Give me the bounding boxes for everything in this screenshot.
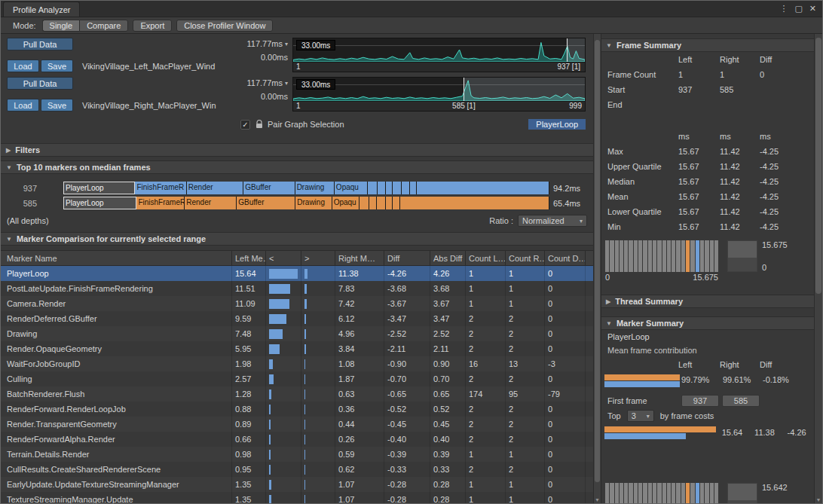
top10-section-header[interactable]: ▼ Top 10 markers on median frames bbox=[1, 160, 593, 174]
histogram-selection-box[interactable] bbox=[727, 483, 757, 503]
pair-selection-checkbox[interactable]: ✓ bbox=[240, 120, 250, 130]
marker-name: BatchRenderer.Flush bbox=[1, 386, 232, 402]
right-scrollbar[interactable]: ▼ bbox=[814, 34, 822, 503]
column-header[interactable]: Count R… bbox=[506, 251, 545, 265]
frame-histogram[interactable] bbox=[605, 240, 718, 272]
top10-segment[interactable]: Opaqu bbox=[332, 197, 360, 209]
graph-selection[interactable] bbox=[567, 38, 585, 62]
marker-name: PostLateUpdate.FinishFrameRendering bbox=[1, 281, 232, 296]
save-button[interactable]: Save bbox=[41, 99, 73, 111]
comparison-row[interactable]: EarlyUpdate.UpdateTextureStreamingManage… bbox=[1, 477, 593, 492]
mode-compare-button[interactable]: Compare bbox=[79, 20, 128, 32]
column-header[interactable]: Left Me… bbox=[232, 251, 266, 265]
mode-single-button[interactable]: Single bbox=[42, 20, 80, 32]
top10-segment[interactable] bbox=[369, 197, 377, 209]
scroll-down-arrow-icon[interactable]: ▼ bbox=[594, 497, 601, 502]
frame-time-graph-left[interactable]: 33.00ms 1 937 [1] bbox=[292, 38, 586, 72]
titlebar: Profile Analyzer ⋮ ▢ ✕ bbox=[1, 1, 822, 17]
column-header[interactable]: Right M… bbox=[335, 251, 384, 265]
top10-segment[interactable]: Drawing bbox=[295, 197, 332, 209]
column-header[interactable]: Abs Diff bbox=[430, 251, 466, 265]
top10-segment[interactable]: PlayerLoop bbox=[63, 197, 136, 209]
left-scrollbar-thumb[interactable] bbox=[595, 40, 600, 482]
top10-segment[interactable] bbox=[410, 182, 417, 194]
column-header[interactable]: Diff bbox=[384, 251, 430, 265]
column-header[interactable]: Count L… bbox=[466, 251, 506, 265]
top10-segment[interactable] bbox=[368, 182, 378, 194]
top10-segment[interactable]: Opaqu bbox=[335, 182, 368, 194]
comparison-row[interactable]: PlayerLoop15.6411.38-4.264.26110 bbox=[1, 266, 593, 281]
top10-segment[interactable]: GBuffer bbox=[237, 197, 295, 209]
lock-icon[interactable] bbox=[255, 120, 263, 129]
graph-selection[interactable] bbox=[464, 78, 585, 101]
top10-segment[interactable]: Render bbox=[187, 182, 243, 194]
range-max-dropdown[interactable]: 117.77ms▾ bbox=[235, 78, 288, 87]
top10-segment[interactable] bbox=[378, 182, 386, 194]
column-header[interactable]: Marker Name bbox=[1, 251, 232, 265]
comparison-row[interactable]: Camera.Render11.097.42-3.673.67110 bbox=[1, 296, 593, 311]
top10-segment[interactable] bbox=[386, 182, 393, 194]
histogram-selection-box[interactable] bbox=[727, 240, 757, 272]
column-header[interactable]: > bbox=[301, 251, 335, 265]
column-header[interactable]: < bbox=[266, 251, 301, 265]
left-scrollbar[interactable]: ▼ bbox=[593, 34, 601, 503]
pull-data-button[interactable]: Pull Data bbox=[7, 38, 73, 50]
comparison-row[interactable]: Drawing7.484.96-2.522.52220 bbox=[1, 326, 593, 341]
column-header[interactable]: Count D… bbox=[545, 251, 586, 265]
first-frame-left-button[interactable]: 937 bbox=[681, 395, 719, 407]
ratio-dropdown[interactable]: Normalized ▾ bbox=[518, 215, 587, 227]
filters-section-header[interactable]: ▶ Filters bbox=[1, 143, 593, 157]
comparison-row[interactable]: TextureStreamingManager.Update1.351.07-0… bbox=[1, 492, 593, 503]
top10-segment[interactable]: Render bbox=[185, 197, 237, 209]
frame-summary-header[interactable]: ▼ Frame Summary bbox=[601, 38, 814, 52]
selected-marker-chip[interactable]: PlayerLoop bbox=[528, 119, 586, 130]
top10-segment[interactable] bbox=[393, 182, 402, 194]
kebab-menu-icon[interactable]: ⋮ bbox=[779, 4, 788, 14]
top10-segment[interactable] bbox=[417, 182, 549, 194]
frame-time-graph-right[interactable]: 33.00ms 1 585 [1] 999 bbox=[292, 77, 586, 111]
comparison-row[interactable]: RenderForwardAlpha.Render0.660.26-0.400.… bbox=[1, 432, 593, 447]
top10-segment[interactable] bbox=[377, 197, 386, 209]
marker-histogram[interactable] bbox=[605, 483, 718, 503]
top10-segment[interactable] bbox=[359, 197, 369, 209]
comparison-row[interactable]: Render.TransparentGeometry0.890.44-0.450… bbox=[1, 417, 593, 432]
close-profiler-button[interactable]: Close Profiler Window bbox=[176, 20, 273, 32]
comparison-row[interactable]: RenderDeferred.GBuffer9.596.12-3.473.472… bbox=[1, 311, 593, 326]
maximize-icon[interactable]: ▢ bbox=[794, 4, 802, 14]
titlebar-icons: ⋮ ▢ ✕ bbox=[779, 4, 822, 14]
comparison-row[interactable]: WaitForJobGroupID1.981.08-0.900.901613-3 bbox=[1, 356, 593, 371]
comparison-row[interactable]: PostLateUpdate.FinishFrameRendering11.51… bbox=[1, 281, 593, 296]
top10-segment[interactable]: Drawing bbox=[295, 182, 335, 194]
range-max-dropdown[interactable]: 117.77ms▾ bbox=[235, 39, 288, 48]
top10-segment[interactable]: GBuffer bbox=[243, 182, 295, 194]
thread-summary-header[interactable]: ▶ Thread Summary bbox=[601, 295, 814, 308]
window-tab[interactable]: Profile Analyzer bbox=[3, 2, 80, 17]
top10-segment[interactable] bbox=[393, 197, 400, 209]
load-button[interactable]: Load bbox=[7, 99, 39, 111]
comparison-row[interactable]: RenderForward.RenderLoopJob0.880.36-0.52… bbox=[1, 402, 593, 417]
comparison-row[interactable]: Culling2.571.87-0.700.70220 bbox=[1, 371, 593, 386]
top10-segment[interactable]: PlayerLoop bbox=[63, 182, 135, 194]
top10-segment[interactable] bbox=[386, 197, 392, 209]
export-button[interactable]: Export bbox=[133, 20, 172, 32]
top10-segment[interactable]: FinishFrameR bbox=[135, 182, 186, 194]
comparison-row[interactable]: Terrain.Details.Render0.980.59-0.390.391… bbox=[1, 447, 593, 462]
top-n-dropdown[interactable]: 3 ▾ bbox=[627, 410, 654, 422]
comparison-section-header[interactable]: ▼ Marker Comparison for currently select… bbox=[1, 232, 593, 246]
marker-summary-header[interactable]: ▼ Marker Summary bbox=[601, 316, 814, 330]
right-scrollbar-thumb[interactable] bbox=[815, 38, 821, 294]
first-frame-right-button[interactable]: 585 bbox=[722, 395, 760, 407]
top10-segment[interactable]: FinishFrameR bbox=[136, 197, 185, 209]
save-button[interactable]: Save bbox=[41, 60, 73, 72]
abs-diff-value: 0.33 bbox=[430, 462, 466, 477]
comparison-row[interactable]: BatchRenderer.Flush1.280.63-0.650.651749… bbox=[1, 386, 593, 402]
close-icon[interactable]: ✕ bbox=[809, 4, 816, 14]
top10-segment[interactable] bbox=[402, 182, 410, 194]
marker-name: Camera.Render bbox=[1, 296, 232, 311]
scroll-down-arrow-icon[interactable]: ▼ bbox=[815, 497, 822, 502]
comparison-row[interactable]: Render.OpaqueGeometry5.953.84-2.112.1122… bbox=[1, 341, 593, 356]
comparison-row[interactable]: CullResults.CreateSharedRendererScene0.9… bbox=[1, 462, 593, 477]
pull-data-button[interactable]: Pull Data bbox=[7, 77, 73, 90]
top10-segment[interactable] bbox=[400, 197, 549, 209]
load-button[interactable]: Load bbox=[7, 60, 39, 72]
